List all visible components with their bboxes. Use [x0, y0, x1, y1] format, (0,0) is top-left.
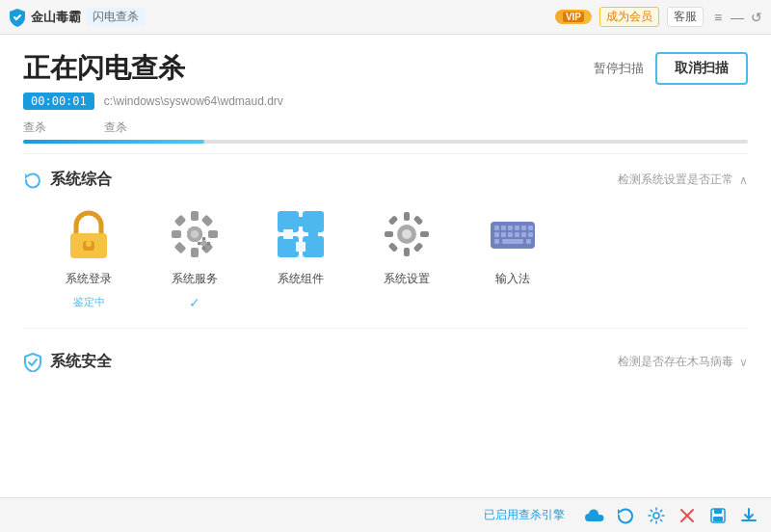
svg-rect-41: [388, 215, 399, 226]
save-status-icon[interactable]: [707, 505, 729, 526]
svg-rect-53: [501, 232, 506, 237]
app-logo: 金山毒霸: [8, 8, 81, 27]
cloud-icon[interactable]: [584, 505, 605, 526]
pause-button[interactable]: 暂停扫描: [594, 60, 644, 77]
svg-rect-43: [388, 242, 399, 253]
svg-rect-57: [528, 232, 533, 237]
settings-status-icon[interactable]: [646, 505, 667, 526]
refresh-icon[interactable]: [615, 505, 636, 526]
scan-info-row: 00:00:01 c:\windows\syswow64\wdmaud.drv: [23, 93, 748, 110]
svg-rect-17: [198, 242, 201, 245]
flash-scan-label: 闪电查杀: [87, 8, 145, 26]
svg-rect-51: [528, 226, 533, 230]
svg-rect-7: [208, 230, 218, 238]
svg-rect-23: [303, 236, 324, 257]
section-description-security: 检测是否存在木马病毒: [618, 354, 733, 370]
item-icon-input: [484, 205, 542, 263]
item-status-login: 鉴定中: [73, 295, 105, 308]
gear-icon: [169, 208, 221, 260]
item-label-settings: 系统设置: [384, 271, 430, 287]
service-button[interactable]: 客服: [667, 7, 704, 27]
section-refresh-icon: [23, 171, 42, 190]
chevron-down-icon: ∨: [739, 356, 748, 369]
progress-label-2: 查杀: [104, 120, 127, 136]
item-card-input: 输入法: [474, 205, 551, 308]
svg-rect-47: [501, 226, 506, 230]
svg-rect-39: [385, 231, 393, 237]
svg-rect-65: [714, 509, 722, 514]
item-icon-login: [60, 205, 118, 263]
close-status-icon[interactable]: [677, 505, 698, 526]
title-bar: 金山毒霸 闪电查杀 VIP 成为会员 客服 ≡ — ↺: [0, 0, 771, 35]
svg-rect-28: [296, 217, 306, 226]
svg-rect-40: [420, 231, 429, 237]
title-bar-left: 金山毒霸 闪电查杀: [8, 8, 145, 27]
engine-status-text: 已启用查杀引擎: [484, 507, 565, 523]
section-header-security: 系统安全 检测是否存在木马病毒 ∨: [23, 352, 748, 372]
svg-rect-46: [494, 226, 499, 230]
title-bar-right: VIP 成为会员 客服 ≡ — ↺: [555, 7, 763, 27]
svg-rect-59: [502, 239, 523, 244]
svg-rect-44: [413, 242, 424, 253]
scan-path: c:\windows\syswow64\wdmaud.drv: [104, 94, 283, 108]
progress-label-1: 查杀: [23, 120, 46, 136]
progress-labels: 查杀 查杀: [23, 120, 748, 136]
item-card-component: 系统组件: [262, 205, 339, 308]
vip-badge[interactable]: VIP: [555, 10, 592, 24]
svg-rect-16: [202, 246, 205, 250]
section-right-security: 检测是否存在木马病毒 ∨: [618, 354, 748, 370]
item-icon-service: [166, 205, 224, 263]
svg-rect-22: [278, 236, 299, 257]
main-content: 正在闪电查杀 暂停扫描 取消扫描 00:00:01 c:\windows\sys…: [0, 35, 771, 497]
progress-bar-fill: [23, 140, 204, 144]
svg-rect-60: [526, 239, 531, 244]
svg-rect-33: [283, 229, 293, 239]
svg-rect-10: [174, 242, 187, 254]
svg-rect-56: [521, 232, 526, 237]
progress-bar: [23, 140, 748, 144]
become-member-button[interactable]: 成为会员: [599, 7, 659, 27]
app-logo-icon: [8, 8, 27, 27]
chevron-up-icon: ∧: [739, 173, 748, 187]
header-row: 正在闪电查杀 暂停扫描 取消扫描: [23, 50, 748, 87]
svg-rect-50: [521, 226, 526, 230]
close-button[interactable]: ↺: [750, 11, 763, 24]
svg-point-2: [86, 241, 92, 247]
svg-rect-42: [413, 215, 424, 226]
item-card-service: 系统服务 ✓: [156, 205, 233, 308]
system-security-section: 系统安全 检测是否存在木马病毒 ∨: [23, 352, 748, 372]
timer-badge: 00:00:01: [23, 93, 94, 110]
svg-rect-15: [202, 237, 205, 241]
download-status-icon[interactable]: [738, 505, 759, 526]
svg-rect-54: [508, 232, 513, 237]
svg-rect-9: [201, 215, 214, 227]
svg-rect-21: [303, 211, 324, 232]
svg-point-19: [201, 241, 207, 247]
svg-rect-18: [206, 242, 210, 245]
menu-icon[interactable]: ≡: [711, 11, 725, 24]
svg-rect-32: [296, 242, 306, 252]
svg-rect-37: [404, 212, 410, 221]
item-label-input: 输入法: [495, 271, 530, 287]
svg-point-61: [653, 513, 659, 519]
window-controls: ≡ — ↺: [711, 11, 763, 24]
cancel-button[interactable]: 取消扫描: [655, 52, 748, 85]
svg-rect-66: [713, 517, 723, 521]
item-card-settings: 系统设置: [368, 205, 445, 308]
item-label-component: 系统组件: [278, 271, 324, 287]
section-title-comprehensive: 系统综合: [50, 170, 112, 190]
puzzle-icon: [275, 208, 327, 260]
minimize-button[interactable]: —: [731, 11, 744, 24]
svg-rect-55: [515, 232, 519, 237]
system-items-grid: 系统登录 鉴定中: [50, 205, 748, 308]
scan-title: 正在闪电查杀: [23, 50, 185, 87]
progress-area: 查杀 查杀: [23, 120, 748, 144]
item-card-login: 系统登录 鉴定中: [50, 205, 127, 308]
section-right-comprehensive: 检测系统设置是否正常 ∧: [618, 172, 748, 188]
svg-point-36: [402, 229, 412, 239]
svg-rect-4: [191, 211, 199, 221]
svg-rect-5: [191, 248, 199, 257]
system-comprehensive-section: 系统综合 检测系统设置是否正常 ∧ 系统登录 鉴: [23, 170, 748, 308]
svg-rect-8: [174, 215, 187, 227]
status-icons: [584, 505, 759, 526]
